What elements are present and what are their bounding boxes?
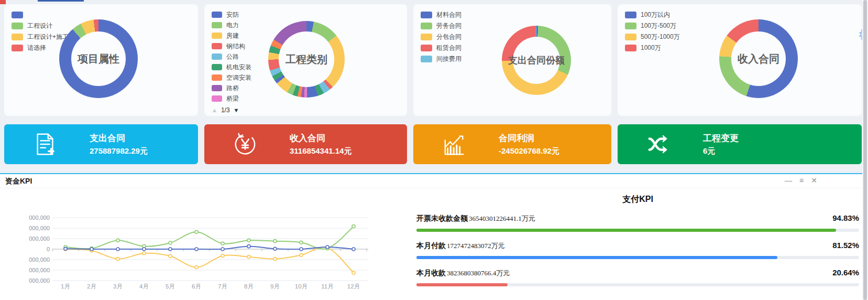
- project-attribute-donut: 项目属性: [59, 19, 138, 98]
- income-contract-kpi-card[interactable]: 收入合同 3116854341.14元: [204, 124, 407, 164]
- legend-item[interactable]: 100万以内: [625, 9, 680, 20]
- panel-controls: — ≡ ✕: [785, 176, 817, 185]
- x-axis-label: 3月: [113, 283, 123, 290]
- x-axis-label: 9月: [270, 283, 280, 290]
- pay-kpi-row: 开票未收款金额 36540301226441.1万元 94.83%: [416, 213, 859, 232]
- series-yellow-marker: [195, 266, 198, 269]
- legend-label: 机电安装: [226, 63, 251, 72]
- series-yellow-marker: [116, 258, 119, 261]
- pay-kpi-row: 本月收款 3823680380766.4万元 20.64%: [416, 268, 859, 286]
- legend-swatch: [12, 34, 23, 40]
- page-scrollbar[interactable]: [862, 0, 868, 300]
- legend-item[interactable]: 房建: [212, 30, 251, 41]
- legend-item[interactable]: 路桥: [212, 83, 251, 93]
- fund-kpi-panel: 资金KPI — ≡ ✕ 90,000,00060,000,00030,000,0…: [0, 173, 862, 300]
- series-blue-marker: [142, 248, 146, 251]
- legend-item[interactable]: 空调安装: [212, 72, 251, 83]
- x-axis-label: 1月: [61, 283, 70, 290]
- expense-document-icon: [33, 132, 57, 156]
- x-axis-label: 8月: [244, 283, 254, 290]
- kpi-value: 3116854341.14元: [290, 146, 351, 156]
- legend-swatch: [12, 45, 23, 51]
- series-blue-marker: [247, 245, 250, 248]
- legend-item[interactable]: 100万-500万: [625, 20, 680, 31]
- close-icon[interactable]: ✕: [811, 176, 817, 185]
- legend-label: 100万-500万: [641, 22, 676, 30]
- donut-center-title: 收入合同: [719, 19, 798, 98]
- donut-center-title: 支出合同份额: [502, 26, 571, 95]
- project-category-legend: 安防电力房建钢结构公路机电安装空调安装路桥桥梁▲1/3▼: [212, 9, 251, 115]
- series-blue-marker: [64, 247, 67, 250]
- legend-label: 桥梁: [226, 94, 239, 103]
- series-yellow-marker: [247, 255, 250, 259]
- legend-item[interactable]: 500万-1000万: [625, 31, 680, 42]
- pay-row-label: 本月收款: [416, 269, 446, 278]
- series-green-line: [65, 227, 354, 249]
- x-axis-label: 6月: [192, 283, 201, 290]
- legend-swatch: [12, 12, 23, 18]
- legend-label: 路桥: [226, 84, 239, 93]
- legend-item[interactable]: 租赁合同: [421, 42, 462, 53]
- legend-item[interactable]: 材料合同: [421, 9, 462, 20]
- expense-contract-share-card: 材料合同劳务合同分包合同租赁合同间接费用 支出合同份额: [413, 4, 611, 116]
- menu-icon[interactable]: ≡: [799, 176, 804, 185]
- legend-item[interactable]: 电力: [212, 20, 251, 30]
- legend-item[interactable]: 钢结构: [212, 41, 251, 51]
- progress-track: [416, 256, 859, 259]
- series-yellow-marker: [169, 254, 172, 258]
- kpi-title: 工程变更: [703, 133, 739, 144]
- income-contract-donut: 收入合同: [719, 19, 798, 98]
- progress-fill: [416, 283, 508, 286]
- legend-item[interactable]: 间接费用: [421, 53, 462, 65]
- pager-up-icon[interactable]: ▲: [212, 107, 217, 113]
- y-axis-label: -60,000,000: [29, 267, 50, 273]
- pay-kpi-title: 支付KPI: [416, 194, 859, 205]
- pay-kpi-section: 支付KPI 开票未收款金额 36540301226441.1万元 94.83% …: [416, 194, 859, 286]
- series-yellow-marker: [273, 258, 277, 261]
- fund-kpi-line-chart: 90,000,00060,000,00030,000,0000-30,000,0…: [29, 205, 375, 296]
- project-category-card: 安防电力房建钢结构公路机电安装空调安装路桥桥梁▲1/3▼ 工程类别: [204, 4, 407, 116]
- legend-swatch: [212, 64, 222, 70]
- top-red-fragment: [0, 0, 6, 4]
- legend-swatch: [212, 74, 222, 81]
- legend-item[interactable]: 机电安装: [212, 62, 251, 72]
- legend-item[interactable]: 1000万: [625, 42, 680, 53]
- kpi-title: 支出合同: [90, 133, 148, 144]
- legend-label: 房建: [226, 31, 239, 40]
- expense-contract-kpi-card[interactable]: 支出合同 275887982.29元: [4, 124, 198, 164]
- pay-kpi-row: 本月付款 1727472483072万元 81.52%: [416, 241, 859, 259]
- legend-swatch: [212, 43, 222, 49]
- fund-kpi-panel-header: 资金KPI — ≡ ✕: [0, 174, 862, 188]
- kpi-value: -245026768.92元: [499, 146, 559, 156]
- donut-center-title: 项目属性: [59, 19, 138, 98]
- minimize-icon[interactable]: —: [785, 176, 792, 185]
- series-green-marker: [273, 240, 277, 243]
- progress-fill: [416, 256, 777, 259]
- legend-swatch: [625, 34, 636, 40]
- contract-profit-kpi-card[interactable]: 合同利润 -245026768.92元: [413, 124, 611, 164]
- y-axis-label: 60,000,000: [29, 225, 50, 231]
- series-green-marker: [300, 241, 303, 244]
- series-green-marker: [352, 225, 355, 228]
- progress-track: [416, 283, 859, 286]
- pager-down-icon[interactable]: ▼: [234, 107, 239, 113]
- y-axis-label: -30,000,000: [29, 256, 50, 263]
- legend-label: 电力: [226, 21, 239, 30]
- kpi-value: 6元: [703, 146, 739, 156]
- legend-label: 钢结构: [226, 42, 245, 51]
- legend-item[interactable]: 公路: [212, 51, 251, 62]
- legend-label: 公路: [226, 52, 239, 61]
- legend-label: 1000万: [641, 44, 661, 52]
- legend-item[interactable]: 劳务合同: [421, 20, 462, 31]
- scrollbar-thumb[interactable]: [863, 0, 867, 300]
- legend-item[interactable]: [12, 9, 69, 20]
- legend-item[interactable]: 桥梁: [212, 93, 251, 104]
- legend-item[interactable]: 分包合同: [421, 31, 462, 42]
- legend-swatch: [212, 95, 222, 102]
- expense-contract-share-donut: 支出合同份额: [502, 26, 571, 95]
- project-change-kpi-card[interactable]: 工程变更 6元: [618, 124, 862, 164]
- legend-label: 500万-1000万: [641, 33, 680, 41]
- pager-page-indicator: 1/3: [221, 106, 230, 114]
- legend-item[interactable]: 安防: [212, 9, 251, 20]
- donut-center-title: 工程类别: [268, 21, 345, 98]
